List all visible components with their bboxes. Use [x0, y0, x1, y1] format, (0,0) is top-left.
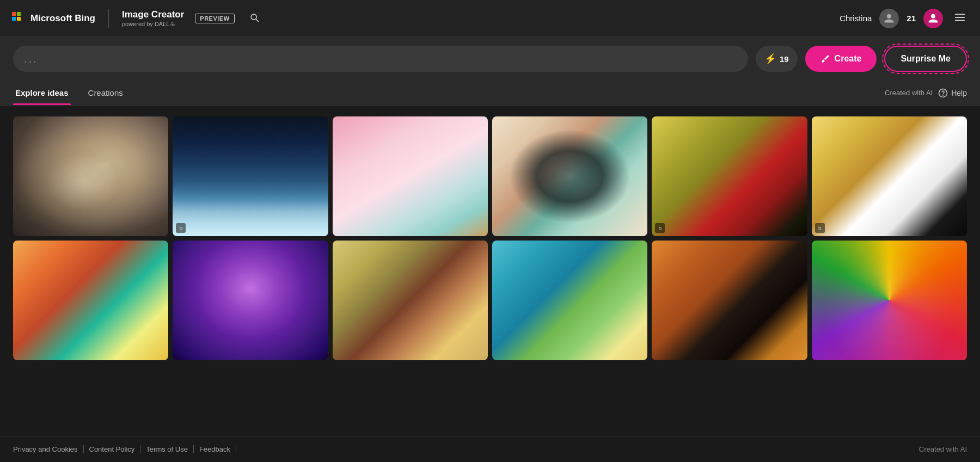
boost-count: 19: [780, 54, 789, 64]
watermark-panda: b: [815, 223, 825, 233]
grid-item-koi[interactable]: [492, 241, 647, 360]
header-left: Microsoft Bing Image Creator powered by …: [11, 9, 260, 28]
watermark-cabin: b: [176, 223, 186, 233]
footer-content-policy[interactable]: Content Policy: [84, 445, 141, 453]
grid-item-charcuterie[interactable]: [333, 241, 488, 360]
tabs-container: Explore ideas Creations Created with AI …: [0, 81, 980, 106]
watermark-robot: b: [655, 223, 665, 233]
tabs-right: Created with AI Help: [885, 88, 967, 98]
surprise-me-button[interactable]: Surprise Me: [884, 46, 967, 72]
boost-icon: ⚡: [764, 53, 776, 65]
grid-item-flower[interactable]: [173, 241, 328, 360]
bing-logo-text: Microsoft Bing: [30, 13, 95, 24]
hamburger-button[interactable]: [951, 9, 969, 28]
grid-item-fox[interactable]: [13, 241, 168, 360]
create-button[interactable]: Create: [805, 46, 877, 72]
image-creator-title: Image Creator powered by DALL·E: [122, 9, 184, 27]
image-grid: b b b: [0, 106, 980, 371]
footer-privacy[interactable]: Privacy and Cookies: [13, 445, 84, 453]
create-label: Create: [835, 54, 862, 64]
created-with-ai-label: Created with AI: [885, 89, 933, 97]
svg-rect-3: [17, 17, 21, 21]
grid-item-panda[interactable]: b: [812, 116, 967, 236]
tab-explore-ideas[interactable]: Explore ideas: [13, 81, 71, 105]
header: Microsoft Bing Image Creator powered by …: [0, 0, 980, 37]
footer-created-with-ai: Created with AI: [919, 445, 967, 453]
grid-item-cabin[interactable]: b: [173, 116, 328, 236]
powered-by: powered by DALL·E: [122, 21, 184, 27]
user-name: Christina: [840, 14, 872, 23]
footer-terms[interactable]: Terms of Use: [140, 445, 194, 453]
grid-item-tiger[interactable]: [652, 241, 807, 360]
search-bar-container: ... ⚡ 19 Create Surprise Me: [0, 37, 980, 81]
help-button[interactable]: Help: [938, 88, 967, 98]
grid-item-ring[interactable]: [13, 116, 168, 236]
grid-item-fruits[interactable]: [812, 241, 967, 360]
tab-creations[interactable]: Creations: [86, 81, 125, 105]
app-title: Image Creator: [122, 9, 184, 20]
bing-logo[interactable]: Microsoft Bing: [11, 11, 95, 26]
surprise-label: Surprise Me: [901, 54, 951, 63]
search-icon[interactable]: [249, 12, 260, 25]
user-avatar[interactable]: [879, 9, 899, 28]
svg-rect-0: [12, 12, 16, 16]
grid-item-robot[interactable]: b: [652, 116, 807, 236]
boost-button[interactable]: ⚡ 19: [756, 46, 798, 72]
preview-badge: PREVIEW: [195, 14, 234, 23]
header-divider: [108, 9, 109, 28]
search-placeholder: ...: [24, 53, 38, 65]
help-label: Help: [951, 89, 967, 97]
header-right: Christina 21: [840, 9, 969, 28]
search-input[interactable]: ...: [13, 46, 748, 72]
svg-point-5: [943, 95, 944, 95]
footer: Privacy and Cookies Content Policy Terms…: [0, 436, 980, 462]
svg-rect-1: [17, 12, 21, 16]
coins-avatar[interactable]: [923, 9, 943, 28]
grid-item-computer[interactable]: [333, 116, 488, 236]
grid-item-eye[interactable]: [492, 116, 647, 236]
footer-feedback[interactable]: Feedback: [194, 445, 236, 453]
coins-count: 21: [906, 14, 916, 23]
svg-rect-2: [12, 17, 16, 21]
